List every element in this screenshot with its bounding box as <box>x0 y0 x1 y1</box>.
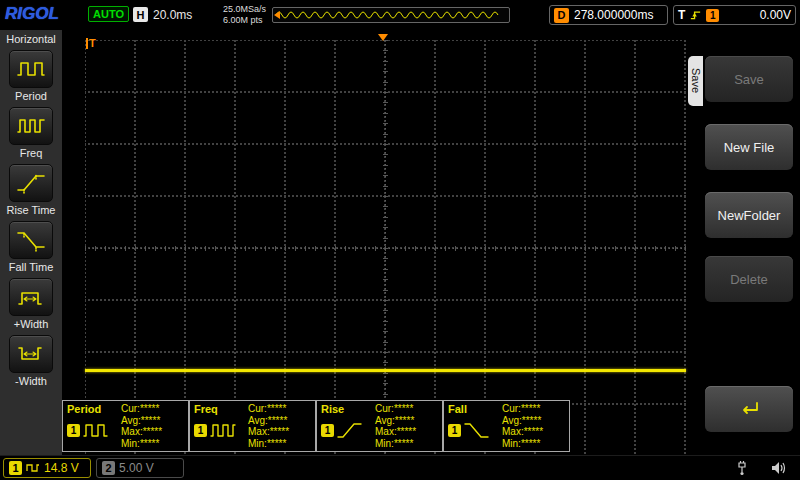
rise-icon <box>337 420 363 440</box>
sidebar-item-fall-time[interactable]: Fall Time <box>0 221 62 273</box>
measurement-name: Rise <box>321 403 375 415</box>
measurement-cur: Cur:***** <box>248 403 312 415</box>
trigger-corner-marker: T <box>86 38 96 49</box>
trigger-label: T <box>678 8 685 22</box>
horizontal-scale-value: 20.0ms <box>153 8 192 22</box>
delete-button[interactable]: Delete <box>705 256 793 302</box>
period-icon <box>83 420 109 440</box>
measurement-panel: Period 1 Cur:***** Avg:***** Max:***** M… <box>62 400 572 452</box>
trigger-readout: T 1 0.00V <box>673 5 796 25</box>
new-file-button[interactable]: New File <box>705 124 793 170</box>
preview-wave-icon <box>273 8 509 22</box>
delay-value: 278.000000ms <box>574 8 653 22</box>
bottom-bar: 1 14.8 V 2 5.00 V <box>0 455 800 480</box>
trigger-position-icon <box>378 34 388 41</box>
measurement-cur: Cur:***** <box>121 403 185 415</box>
channel1-status[interactable]: 1 14.8 V <box>3 458 91 478</box>
sidebar-item-plus-width[interactable]: +Width <box>0 278 62 330</box>
sidebar-item-label: Freq <box>20 147 43 159</box>
horizontal-scale-readout: H 20.0ms <box>133 7 192 22</box>
measurement-min: Min:***** <box>502 438 566 450</box>
sidebar-title: Horizontal <box>6 33 56 45</box>
sidebar-item-label: Rise Time <box>7 204 56 216</box>
left-sidebar: Horizontal Period Freq <box>0 30 62 455</box>
new-folder-button[interactable]: NewFolder <box>705 192 793 238</box>
sidebar-item-rise-time[interactable]: Rise Time <box>0 164 62 216</box>
sidebar-item-period[interactable]: Period <box>0 50 62 102</box>
channel1-badge: 1 <box>9 461 22 475</box>
period-icon <box>16 57 46 81</box>
rise-time-icon <box>16 171 46 195</box>
measurement-freq: Freq 1 Cur:***** Avg:***** Max:***** Min… <box>189 400 316 452</box>
channel2-status[interactable]: 2 5.00 V <box>96 458 184 478</box>
measurement-period: Period 1 Cur:***** Avg:***** Max:***** M… <box>62 400 189 452</box>
measurement-name: Period <box>67 403 121 415</box>
measurement-avg: Avg:***** <box>502 415 566 427</box>
measurement-cur: Cur:***** <box>375 403 439 415</box>
channel1-wave-icon <box>26 462 40 474</box>
sidebar-item-label: Fall Time <box>9 261 54 273</box>
measurement-avg: Avg:***** <box>121 415 185 427</box>
trigger-slope-icon <box>689 8 702 22</box>
run-status-badge: AUTO <box>88 6 129 22</box>
minus-width-icon <box>16 342 46 366</box>
delay-readout: D 278.000000ms <box>549 5 668 25</box>
measurement-max: Max:***** <box>248 426 312 438</box>
channel1-trace <box>85 369 686 372</box>
measurement-avg: Avg:***** <box>248 415 312 427</box>
measurement-max: Max:***** <box>375 426 439 438</box>
d-badge: D <box>554 8 569 23</box>
measurement-min: Min:***** <box>121 438 185 450</box>
measurement-name: Freq <box>194 403 248 415</box>
speaker-icon <box>770 460 788 476</box>
sidebar-item-freq[interactable]: Freq <box>0 107 62 159</box>
menu-tab-save[interactable]: Save <box>688 56 703 106</box>
return-icon <box>736 399 762 419</box>
freq-icon <box>16 114 46 138</box>
measurement-min: Min:***** <box>248 438 312 450</box>
memory-depth: 6.00M pts <box>223 15 266 26</box>
channel-1-badge: 1 <box>194 424 207 437</box>
trigger-source-badge: 1 <box>706 9 719 22</box>
channel-1-badge: 1 <box>448 424 461 437</box>
center-vertical-line <box>385 40 386 457</box>
channel2-scale: 5.00 V <box>119 461 154 475</box>
channel2-badge: 2 <box>102 461 115 475</box>
trigger-level-value: 0.00V <box>760 8 791 22</box>
usb-icon <box>734 460 750 476</box>
rigol-logo: RIGOL <box>5 4 59 24</box>
sample-rate: 25.0MSa/s <box>223 4 266 15</box>
save-button[interactable]: Save <box>705 56 793 102</box>
measurement-max: Max:***** <box>121 426 185 438</box>
channel1-scale: 14.8 V <box>44 461 79 475</box>
oscilloscope-screen: RIGOL AUTO H 20.0ms 25.0MSa/s 6.00M pts … <box>0 0 800 480</box>
measurement-max: Max:***** <box>502 426 566 438</box>
fall-icon <box>464 420 490 440</box>
fall-time-icon <box>16 228 46 252</box>
freq-icon <box>210 420 236 440</box>
channel-1-badge: 1 <box>321 424 334 437</box>
right-menu: Save Save New File NewFolder Delete <box>688 30 800 455</box>
measurement-name: Fall <box>448 403 502 415</box>
h-badge: H <box>133 7 148 22</box>
measurement-rise: Rise 1 Cur:***** Avg:***** Max:***** Min… <box>316 400 443 452</box>
waveform-preview[interactable] <box>272 7 510 23</box>
plus-width-icon <box>16 285 46 309</box>
preview-position-marker <box>274 11 280 19</box>
sidebar-item-label: +Width <box>14 318 49 330</box>
channel-1-badge: 1 <box>67 424 80 437</box>
measurement-fall: Fall 1 Cur:***** Avg:***** Max:***** Min… <box>443 400 570 452</box>
sidebar-item-minus-width[interactable]: -Width <box>0 335 62 387</box>
acquisition-info: 25.0MSa/s 6.00M pts <box>223 4 266 26</box>
measurement-avg: Avg:***** <box>375 415 439 427</box>
sidebar-item-label: -Width <box>15 375 47 387</box>
display-area: T Period 1 Cur:***** Avg:***** <box>62 30 688 455</box>
measurement-cur: Cur:***** <box>502 403 566 415</box>
top-bar: RIGOL AUTO H 20.0ms 25.0MSa/s 6.00M pts … <box>0 0 800 30</box>
measurement-min: Min:***** <box>375 438 439 450</box>
sidebar-item-label: Period <box>15 90 47 102</box>
return-button[interactable] <box>705 386 793 432</box>
